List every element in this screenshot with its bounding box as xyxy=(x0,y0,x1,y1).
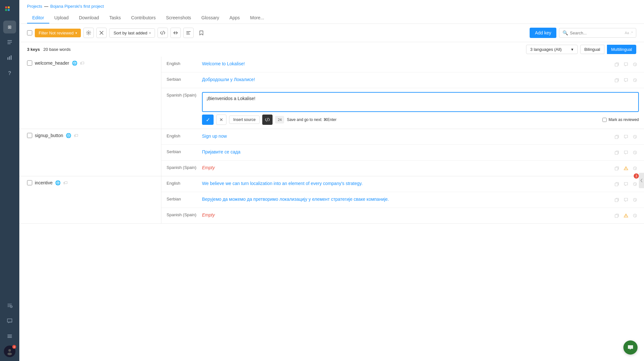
sort-button[interactable]: Sort by last added ▾ xyxy=(109,28,155,38)
copy-signup-sr[interactable] xyxy=(613,149,621,156)
code-button[interactable] xyxy=(262,115,273,125)
tv-incentive-sr[interactable]: Верујемо да можемо да претворимо локализ… xyxy=(202,196,610,203)
save-button-es[interactable]: ✓ xyxy=(202,115,214,125)
history-icon-sr[interactable] xyxy=(631,76,639,84)
key-globe-icon-signup[interactable]: 🌐 xyxy=(66,133,71,138)
text-view-icon-button[interactable] xyxy=(183,28,194,38)
bracket-view-icon-button[interactable] xyxy=(170,28,181,38)
search-input[interactable] xyxy=(570,31,623,35)
right-panel-toggle[interactable] xyxy=(639,173,644,188)
comment-incentive-sr[interactable] xyxy=(622,196,630,204)
key-globe-icon[interactable]: 🌐 xyxy=(72,60,77,66)
warning-signup-es[interactable] xyxy=(622,164,630,172)
comment-signup-en[interactable] xyxy=(622,133,630,141)
bookmark-icon-button[interactable] xyxy=(196,28,207,38)
insert-source-button[interactable]: Insert source xyxy=(229,116,260,124)
bilingual-toggle[interactable]: Bilingual xyxy=(580,45,604,54)
key-globe-icon-incentive[interactable]: 🌐 xyxy=(55,180,61,185)
lang-label-es: Spanish (Spain) xyxy=(167,92,202,97)
tab-apps[interactable]: Apps xyxy=(224,13,245,23)
sidebar-item-chat[interactable] xyxy=(3,315,16,328)
key-checkbox-welcome-header[interactable] xyxy=(27,60,32,66)
comment-icon-sr[interactable] xyxy=(622,76,630,84)
history-signup-es[interactable] xyxy=(631,164,639,172)
settings-icon-button[interactable] xyxy=(83,28,94,38)
translation-value-sr[interactable]: Добродошли у Локалисе! xyxy=(202,76,610,83)
tv-incentive-es[interactable]: Empty xyxy=(202,212,610,218)
translation-value-en[interactable]: Welcome to Lokalise! xyxy=(202,60,610,67)
key-row-welcome-header: welcome_header 🌐 🏷 English Welcome to Lo… xyxy=(19,57,644,129)
tab-glossary[interactable]: Glossary xyxy=(196,13,224,23)
warning-incentive-es[interactable] xyxy=(622,212,630,219)
history-icon[interactable] xyxy=(631,60,639,68)
lang-label-sr: Serbian xyxy=(167,76,202,82)
sidebar-item-dashboard[interactable]: ⊞ xyxy=(3,21,16,33)
lang-label-incentive-en: English xyxy=(167,180,202,186)
history-signup-sr[interactable] xyxy=(631,149,639,156)
edit-textarea-es[interactable]: ¡Bienvenidos a Lokalise! xyxy=(202,92,639,112)
svg-rect-0 xyxy=(5,6,7,8)
tab-editor[interactable]: Editor xyxy=(27,13,49,23)
cancel-button-es[interactable]: ✕ xyxy=(216,115,226,125)
history-incentive-en[interactable] xyxy=(631,180,639,188)
help-icon: ? xyxy=(8,70,11,76)
tab-download[interactable]: Download xyxy=(74,13,104,23)
mark-reviewed-text: Mark as reviewed xyxy=(609,117,639,122)
history-incentive-es[interactable] xyxy=(631,212,639,219)
mark-reviewed-checkbox[interactable] xyxy=(602,118,607,122)
tab-screenshots[interactable]: Screenshots xyxy=(161,13,196,23)
stats-text: 3 keys 20 base words xyxy=(27,47,71,52)
sidebar-item-list[interactable] xyxy=(3,330,16,343)
svg-rect-2 xyxy=(5,9,7,11)
ta-signup-sr xyxy=(613,149,639,156)
key-tag-icon-signup[interactable]: 🏷 xyxy=(74,133,78,138)
tv-incentive-en[interactable]: We believe we can turn localization into… xyxy=(202,180,610,187)
multilingual-toggle[interactable]: Multilingual xyxy=(607,45,636,54)
copy-icon[interactable] xyxy=(613,60,621,68)
sidebar-item-reports[interactable] xyxy=(3,51,16,64)
code-view-icon-button[interactable] xyxy=(158,28,168,38)
search-icon: 🔍 xyxy=(562,30,568,35)
chat-button[interactable] xyxy=(623,340,638,355)
key-tag-icon-incentive[interactable]: 🏷 xyxy=(63,180,68,185)
add-key-button[interactable]: Add key xyxy=(530,28,556,38)
history-incentive-sr[interactable] xyxy=(631,196,639,204)
key-tag-icon[interactable]: 🏷 xyxy=(80,60,84,66)
comment-signup-sr[interactable] xyxy=(622,149,630,156)
search-actions: Aa .* xyxy=(625,31,633,35)
tab-more[interactable]: More... xyxy=(245,13,269,23)
breadcrumb-projects-link[interactable]: Projects xyxy=(27,4,42,9)
svg-rect-19 xyxy=(615,79,618,82)
language-dropdown[interactable]: 3 languages (All) ▾ xyxy=(526,45,578,54)
copy-signup-en[interactable] xyxy=(613,133,621,141)
svg-rect-6 xyxy=(7,43,11,44)
edit-toolbar-es: ✓ ✕ Insert source 24 Save and go to next… xyxy=(202,115,639,125)
tv-signup-sr[interactable]: Пријавите се сада xyxy=(202,149,610,155)
tv-signup-en[interactable]: Sign up now xyxy=(202,133,610,140)
copy-incentive-en[interactable] xyxy=(613,180,621,188)
tr-signup-sr: Serbian Пријавите се сада xyxy=(161,145,644,161)
copy-signup-es[interactable] xyxy=(613,164,621,172)
select-all-checkbox[interactable] xyxy=(27,30,32,35)
copy-incentive-sr[interactable] xyxy=(613,196,621,204)
tv-signup-es[interactable]: Empty xyxy=(202,164,610,171)
filter-button[interactable]: Filter Not reviewed ▾ xyxy=(35,29,81,37)
sidebar-item-tasks[interactable] xyxy=(3,36,16,49)
key-name-text-signup: signup_button xyxy=(35,133,63,138)
key-checkbox-signup-button[interactable] xyxy=(27,133,32,138)
sidebar-avatar[interactable]: 3 xyxy=(4,346,15,357)
lang-label-en: English xyxy=(167,60,202,66)
copy-incentive-es[interactable] xyxy=(613,212,621,219)
sidebar-item-help[interactable]: ? xyxy=(3,67,16,80)
copy-icon-sr[interactable] xyxy=(613,76,621,84)
history-signup-en[interactable] xyxy=(631,133,639,141)
key-checkbox-incentive[interactable] xyxy=(27,180,32,185)
comment-icon[interactable] xyxy=(622,60,630,68)
mark-reviewed-label[interactable]: Mark as reviewed xyxy=(602,117,639,122)
close-filter-icon-button[interactable] xyxy=(96,28,107,38)
comment-incentive-en[interactable] xyxy=(622,180,630,188)
sidebar-item-qa[interactable] xyxy=(3,299,16,312)
tab-upload[interactable]: Upload xyxy=(49,13,74,23)
tab-contributors[interactable]: Contributors xyxy=(126,13,161,23)
tab-tasks[interactable]: Tasks xyxy=(104,13,126,23)
